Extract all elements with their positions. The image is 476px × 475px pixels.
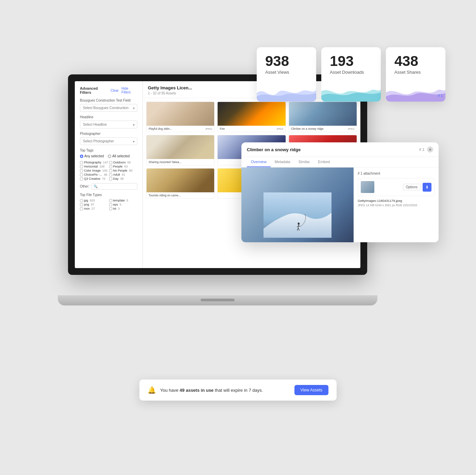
wave-svg-shares <box>386 83 445 102</box>
scene: 938 Asset Views 193 Asset Downloads 438 … <box>51 34 425 441</box>
filetypes-grid: jpg503template5png97eps5mov27txt3 <box>80 199 137 210</box>
other-search-input[interactable]: 🔍 <box>91 183 137 190</box>
asset-card[interactable]: Sharing Assorted Takea... <box>146 135 215 165</box>
filetype-item[interactable]: txt3 <box>109 207 138 210</box>
tag-item[interactable]: No People60 <box>109 169 138 172</box>
tag-checkbox[interactable] <box>109 161 112 164</box>
tag-checkbox[interactable] <box>109 177 112 180</box>
asset-name: Fire <box>220 127 225 130</box>
radio-all-selected[interactable]: All selected <box>108 154 130 158</box>
detail-tab-metadata[interactable]: Metadata <box>271 157 294 167</box>
detail-tab-similar[interactable]: Similar <box>294 157 314 167</box>
tag-checkbox[interactable] <box>80 165 83 168</box>
tag-checkbox[interactable] <box>80 161 83 164</box>
tag-item[interactable]: ChoicePix -...46 <box>80 173 108 176</box>
tags-grid: Photography147Outdoors65Horizontal108Peo… <box>80 161 137 180</box>
filetype-checkbox[interactable] <box>109 199 112 202</box>
headline-select[interactable] <box>80 121 137 128</box>
asset-card[interactable]: Playful dog sittin... JPEG <box>146 102 215 132</box>
filetype-item[interactable]: png97 <box>80 203 108 206</box>
bouygues-select[interactable] <box>80 104 137 112</box>
top-filetypes-label: Top File Types <box>80 193 137 197</box>
laptop-base <box>58 295 377 305</box>
tag-item[interactable]: Horizontal108 <box>80 165 108 168</box>
sidebar-header: Advanced Filters Clear Hide Filters <box>80 86 137 94</box>
other-label: Other: <box>80 184 89 188</box>
detail-close-button[interactable]: ✕ <box>427 146 433 153</box>
tag-item[interactable]: Color Image100 <box>80 169 108 172</box>
tag-name: People <box>113 165 123 168</box>
stat-card-downloads: 193 Asset Downloads <box>321 47 381 102</box>
tag-checkbox[interactable] <box>80 173 83 176</box>
tag-checkbox[interactable] <box>109 173 112 176</box>
stat-card-shares: 438 Asset Shares # 1 <box>386 47 445 102</box>
stat-card-views: 938 Asset Views <box>257 47 316 102</box>
tag-name: Photography <box>84 161 101 164</box>
filetype-checkbox[interactable] <box>109 207 112 210</box>
next-button[interactable]: # 1 <box>438 94 443 98</box>
attachment-thumbnail <box>361 181 374 193</box>
notif-prefix: You have <box>160 388 180 393</box>
radio-any-selected[interactable]: Any selected <box>80 154 104 158</box>
filetype-item[interactable]: template5 <box>109 199 138 202</box>
tag-name: Adult <box>113 173 120 176</box>
asset-card[interactable]: Tourists riding on came... <box>146 168 215 199</box>
asset-name: Sharing Assorted Takea... <box>149 160 182 164</box>
attachment-filename: GettyImages-1180431179.jpeg <box>358 199 435 203</box>
filetype-checkbox[interactable] <box>80 199 83 202</box>
filetype-checkbox[interactable] <box>80 203 83 206</box>
asset-image <box>289 102 357 126</box>
detail-tab-overview[interactable]: Overview <box>247 157 271 167</box>
clear-filters-button[interactable]: Clear <box>111 89 119 92</box>
filetype-item[interactable]: eps5 <box>109 203 138 206</box>
download-button[interactable]: ⬇ <box>423 183 431 192</box>
headline-label: Headline <box>80 115 137 119</box>
tag-checkbox[interactable] <box>109 165 112 168</box>
climber-image <box>264 188 332 242</box>
radio-all-dot <box>108 155 111 158</box>
tag-item[interactable]: Outdoors65 <box>109 161 138 164</box>
tag-item[interactable]: Q3 Creative72 <box>80 177 108 180</box>
asset-image <box>147 102 214 126</box>
asset-info: Fire JPEG <box>218 126 285 132</box>
tag-count: 147 <box>103 161 108 164</box>
photographer-select-wrapper <box>80 137 137 145</box>
detail-image-placeholder <box>241 168 354 242</box>
tag-item[interactable]: Adult51 <box>109 173 138 176</box>
tag-item[interactable]: People63 <box>109 165 138 168</box>
tag-item[interactable]: Photography147 <box>80 161 108 164</box>
detail-tab-embed[interactable]: Embed <box>314 157 334 167</box>
view-assets-button[interactable]: View Assets <box>294 385 328 395</box>
filetype-checkbox[interactable] <box>109 203 112 206</box>
detail-nav: # 1 <box>419 147 424 152</box>
tag-name: Outdoors <box>113 161 126 164</box>
filetype-item[interactable]: jpg503 <box>80 199 108 202</box>
photographer-select[interactable] <box>80 137 137 145</box>
options-button[interactable]: Options <box>403 184 421 190</box>
attachment-row: Options ⬇ <box>358 178 435 196</box>
asset-card[interactable]: Fire JPEG <box>217 102 286 132</box>
asset-type: JPEG <box>347 127 355 130</box>
tag-checkbox[interactable] <box>109 169 112 172</box>
asset-card[interactable]: Climber on a snowy ridge JPEG <box>289 102 357 132</box>
tag-item[interactable]: Day38 <box>109 177 138 180</box>
asset-info: Climber on a snowy ridge JPEG <box>289 126 357 132</box>
tag-checkbox[interactable] <box>80 169 83 172</box>
stat-label-shares: Asset Shares <box>394 70 437 75</box>
tag-name: Q3 Creative <box>84 177 100 180</box>
asset-name: Tourists riding on came... <box>149 194 181 197</box>
tag-checkbox[interactable] <box>80 177 83 180</box>
asset-name: Playful dog sittin... <box>149 127 172 130</box>
stat-number-shares: 438 <box>394 54 437 68</box>
asset-type: JPEG <box>205 127 212 130</box>
hide-filters-button[interactable]: Hide Filters <box>121 87 137 94</box>
radio-any-label: Any selected <box>84 154 104 158</box>
detail-panel: Climber on a snowy ridge # 1 ✕ OverviewM… <box>241 142 439 242</box>
tag-count: 108 <box>100 165 105 168</box>
detail-tabs: OverviewMetadataSimilarEmbed <box>241 157 439 168</box>
tag-count: 51 <box>122 173 125 176</box>
asset-image <box>218 102 285 126</box>
tag-count: 65 <box>128 161 131 164</box>
filetype-checkbox[interactable] <box>80 207 83 210</box>
filetype-item[interactable]: mov27 <box>80 207 108 210</box>
